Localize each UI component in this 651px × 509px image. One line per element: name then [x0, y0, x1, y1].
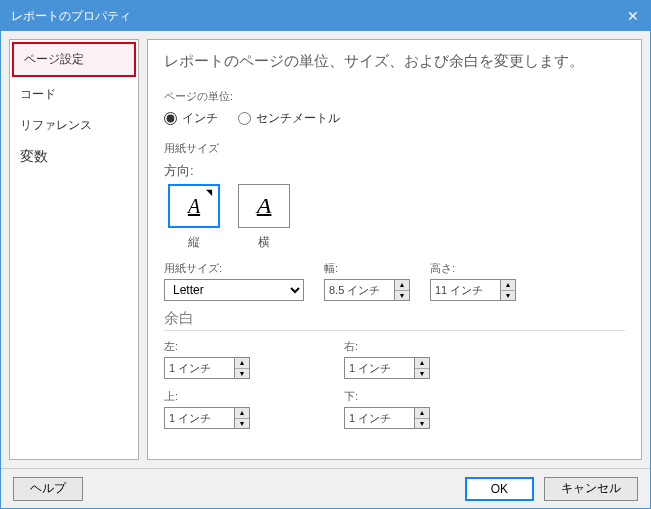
orientation-landscape-label: 横 — [238, 234, 290, 251]
spin-down-icon[interactable]: ▼ — [415, 369, 429, 379]
dialog-window: レポートのプロパティ ✕ ページ設定 コード リファレンス 変数 レポートのペー… — [0, 0, 651, 509]
width-label: 幅: — [324, 261, 410, 276]
main-panel: レポートのページの単位、サイズ、および余白を変更します。 ページの単位: インチ… — [147, 39, 642, 460]
close-icon[interactable]: ✕ — [626, 8, 640, 24]
radio-inch[interactable]: インチ — [164, 110, 218, 127]
width-input[interactable] — [324, 279, 394, 301]
window-title: レポートのプロパティ — [11, 8, 131, 25]
margin-left-spinner[interactable]: ▲▼ — [164, 357, 324, 379]
portrait-icon: A — [188, 195, 200, 218]
spin-up-icon[interactable]: ▲ — [395, 280, 409, 291]
spin-up-icon[interactable]: ▲ — [415, 358, 429, 369]
margin-bottom-spinner[interactable]: ▲▼ — [344, 407, 504, 429]
margin-right-label: 右: — [344, 339, 504, 354]
sidebar-item-reference[interactable]: リファレンス — [10, 110, 138, 141]
paper-size-field: 用紙サイズ: Letter — [164, 261, 304, 301]
width-field: 幅: ▲▼ — [324, 261, 410, 301]
orientation-portrait[interactable]: A◥ — [168, 184, 220, 228]
paper-size-select[interactable]: Letter — [164, 279, 304, 301]
orientation-row: A◥ A — [168, 184, 625, 228]
orientation-portrait-label: 縦 — [168, 234, 220, 251]
ok-button[interactable]: OK — [465, 477, 534, 501]
radio-cm-input[interactable] — [238, 112, 251, 125]
orientation-label: 方向: — [164, 162, 625, 180]
radio-inch-input[interactable] — [164, 112, 177, 125]
unit-section-label: ページの単位: — [164, 89, 625, 104]
orient-mark-icon: ◥ — [206, 188, 212, 197]
sidebar-item-code[interactable]: コード — [10, 79, 138, 110]
margin-bottom-field: 下: ▲▼ — [344, 389, 504, 429]
spin-up-icon[interactable]: ▲ — [501, 280, 515, 291]
margin-bottom-input[interactable] — [344, 407, 414, 429]
spin-down-icon[interactable]: ▼ — [235, 369, 249, 379]
paper-size-label: 用紙サイズ: — [164, 261, 304, 276]
sidebar-item-variables[interactable]: 変数 — [10, 141, 138, 173]
height-label: 高さ: — [430, 261, 516, 276]
titlebar: レポートのプロパティ ✕ — [1, 1, 650, 31]
cancel-button[interactable]: キャンセル — [544, 477, 638, 501]
margin-header: 余白 — [164, 309, 625, 331]
dialog-body: ページ設定 コード リファレンス 変数 レポートのページの単位、サイズ、および余… — [1, 31, 650, 468]
margins-grid: 左: ▲▼ 右: ▲▼ 上: ▲▼ 下: ▲▼ — [164, 339, 625, 429]
paper-section-label: 用紙サイズ — [164, 141, 625, 156]
margin-right-field: 右: ▲▼ — [344, 339, 504, 379]
margin-right-spinner[interactable]: ▲▼ — [344, 357, 504, 379]
margin-top-input[interactable] — [164, 407, 234, 429]
landscape-icon: A — [257, 195, 272, 218]
spin-down-icon[interactable]: ▼ — [415, 419, 429, 429]
margin-left-field: 左: ▲▼ — [164, 339, 324, 379]
radio-cm[interactable]: センチメートル — [238, 110, 340, 127]
height-spinner[interactable]: ▲▼ — [430, 279, 516, 301]
unit-radios: インチ センチメートル — [164, 110, 625, 127]
page-subtitle: レポートのページの単位、サイズ、および余白を変更します。 — [164, 52, 625, 71]
sidebar: ページ設定 コード リファレンス 変数 — [9, 39, 139, 460]
orientation-labels: 縦 横 — [168, 234, 625, 251]
size-row: 用紙サイズ: Letter 幅: ▲▼ 高さ: ▲▼ — [164, 261, 625, 301]
width-spinner[interactable]: ▲▼ — [324, 279, 410, 301]
spin-up-icon[interactable]: ▲ — [415, 408, 429, 419]
footer: ヘルプ OK キャンセル — [1, 468, 650, 508]
spin-up-icon[interactable]: ▲ — [235, 358, 249, 369]
margin-top-spinner[interactable]: ▲▼ — [164, 407, 324, 429]
margin-bottom-label: 下: — [344, 389, 504, 404]
margin-top-label: 上: — [164, 389, 324, 404]
margin-left-input[interactable] — [164, 357, 234, 379]
height-field: 高さ: ▲▼ — [430, 261, 516, 301]
help-button[interactable]: ヘルプ — [13, 477, 83, 501]
margin-right-input[interactable] — [344, 357, 414, 379]
spin-down-icon[interactable]: ▼ — [395, 291, 409, 301]
orientation-landscape[interactable]: A — [238, 184, 290, 228]
spin-down-icon[interactable]: ▼ — [235, 419, 249, 429]
spin-up-icon[interactable]: ▲ — [235, 408, 249, 419]
spin-down-icon[interactable]: ▼ — [501, 291, 515, 301]
height-input[interactable] — [430, 279, 500, 301]
sidebar-item-page-setup[interactable]: ページ設定 — [12, 42, 136, 77]
margin-left-label: 左: — [164, 339, 324, 354]
margin-top-field: 上: ▲▼ — [164, 389, 324, 429]
